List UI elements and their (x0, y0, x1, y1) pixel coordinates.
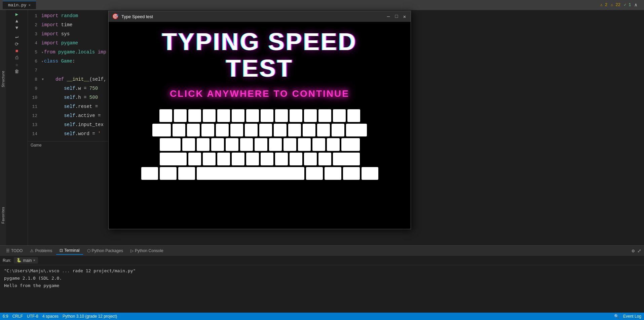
tab-problems[interactable]: ⚠ Problems (27, 247, 55, 254)
console-label: Python Console (135, 248, 163, 253)
kb-key (232, 109, 244, 122)
status-bar-right: 🔍 Event Log (614, 314, 641, 319)
code-line-5: 5 ▾from pygame.locals imp (28, 48, 115, 57)
bottom-panel: ☰ TODO ⚠ Problems ⊡ Terminal ⬡ Python Pa… (0, 245, 644, 313)
expand-panel-icon[interactable]: ⤢ (637, 248, 641, 254)
popup-title: Type Speed test (121, 14, 383, 19)
kb-row-5 (141, 167, 378, 180)
todo-icon: ☰ (6, 248, 10, 253)
tab-todo[interactable]: ☰ TODO (3, 247, 26, 254)
bottom-tabs: ☰ TODO ⚠ Problems ⊡ Terminal ⬡ Python Pa… (0, 246, 644, 256)
run-left-btn[interactable]: ▶ (15, 11, 18, 17)
code-line-3: 3 import sys (28, 30, 115, 39)
kb-key (187, 124, 200, 136)
line-ending: CRLF (12, 314, 23, 319)
close-btn[interactable]: ✕ (402, 14, 407, 19)
kb-key (341, 138, 360, 151)
kb-key (333, 109, 346, 122)
kb-key (182, 138, 195, 151)
kb-key (274, 124, 287, 136)
code-line-2: 2 import time (28, 21, 115, 30)
status-bar: 6:9 CRLF UTF-8 4 spaces Python 3.10 (gra… (0, 313, 644, 320)
terminal-line-3: Hello from the pygame (4, 282, 640, 289)
expand-icon[interactable]: ∧ (635, 2, 637, 8)
kb-key (306, 167, 323, 180)
wrap-btn[interactable]: ↵ (15, 33, 18, 40)
kb-row-2 (152, 124, 367, 136)
code-line-11: 11 self.reset = (28, 102, 115, 111)
tab-python-packages[interactable]: ⬡ Python Packages (84, 247, 126, 254)
kb-spacebar (197, 167, 304, 180)
code-line-7: 7 (28, 66, 115, 75)
kb-key (197, 138, 210, 151)
kb-row-3 (160, 138, 360, 151)
kb-key (332, 124, 344, 136)
ide-container: main.py × ⚠ 2 ⚠ 22 ✓ 1 ∧ Project Structu… (0, 0, 644, 320)
run-config: 🐍 main × (14, 257, 38, 264)
kb-key (318, 153, 331, 165)
left-activity-bar: Structure Favorites (0, 10, 6, 245)
kb-row-1 (159, 109, 360, 122)
popup-controls: — □ ✕ (386, 14, 407, 19)
scroll-down-btn[interactable]: ▼ (15, 25, 18, 31)
kb-key (232, 153, 244, 165)
code-line-14: 14 self.word = ' (28, 129, 115, 138)
tab-python-console[interactable]: ▷ Python Console (127, 247, 167, 254)
game-popup[interactable]: 🎯 Type Speed test — □ ✕ TYPING SPEED TES… (108, 11, 411, 229)
kb-key (327, 138, 340, 151)
code-lines: 1 import random 2 import time 3 import s… (28, 10, 115, 140)
settings-icon[interactable]: ⚙ (632, 248, 635, 254)
rerun-btn[interactable]: ⟳ (15, 41, 19, 47)
problems-label: Problems (35, 248, 52, 253)
popup-emoji: 🎯 (112, 13, 119, 20)
todo-label: TODO (11, 248, 23, 253)
kb-key (283, 138, 296, 151)
star-btn[interactable]: ☆ (15, 62, 18, 68)
kb-key (160, 138, 181, 151)
code-editor[interactable]: 1 import random 2 import time 3 import s… (28, 10, 115, 245)
popup-titlebar: 🎯 Type Speed test — □ ✕ (109, 11, 411, 22)
code-line-1: 1 import random (28, 11, 115, 21)
minimize-btn[interactable]: — (386, 14, 391, 19)
kb-key (240, 138, 253, 151)
scroll-up-btn[interactable]: ▲ (15, 18, 18, 24)
code-line-4: 4 import pygame (28, 39, 115, 48)
kb-key (325, 167, 341, 180)
kb-key (246, 109, 259, 122)
stop-btn[interactable]: ■ (15, 48, 18, 54)
code-line-6: 6 ▾class Game: (28, 57, 115, 66)
tab-close-icon[interactable]: × (29, 3, 31, 7)
kb-key (261, 109, 273, 122)
event-log[interactable]: Event Log (623, 314, 641, 319)
kb-key (259, 124, 272, 136)
kb-key (173, 124, 185, 136)
kb-key (261, 153, 273, 165)
kb-key (246, 153, 259, 165)
kb-key (303, 124, 315, 136)
kb-key (275, 109, 288, 122)
favorites-label: Favorites (1, 207, 5, 225)
kb-key (188, 109, 201, 122)
tab-label: main.py (8, 3, 27, 8)
kb-key (160, 153, 187, 165)
print-btn[interactable]: ⎙ (15, 55, 18, 61)
kb-key (230, 124, 243, 136)
kb-key (333, 153, 360, 165)
error-count: ⚠ 22 (611, 2, 620, 7)
run-close-icon[interactable]: × (33, 258, 35, 263)
code-line-13: 13 self.input_tex (28, 120, 115, 129)
popup-content[interactable]: TYPING SPEED TEST CLICK ANYWHERE TO CONT… (109, 22, 411, 229)
kb-key (174, 109, 187, 122)
code-line-9: 9 self.w = 750 (28, 84, 115, 93)
main-tab[interactable]: main.py × (3, 1, 36, 9)
packages-icon: ⬡ (87, 248, 90, 253)
tab-terminal[interactable]: ⊡ Terminal (56, 247, 83, 255)
maximize-btn[interactable]: □ (394, 14, 399, 19)
terminal-icon: ⊡ (60, 248, 63, 253)
kb-key (211, 138, 224, 151)
kb-key (255, 138, 267, 151)
trash-btn[interactable]: 🗑 (14, 69, 19, 74)
kb-key (159, 109, 172, 122)
code-line-12: 12 self.active = (28, 111, 115, 120)
kb-key (201, 124, 214, 136)
